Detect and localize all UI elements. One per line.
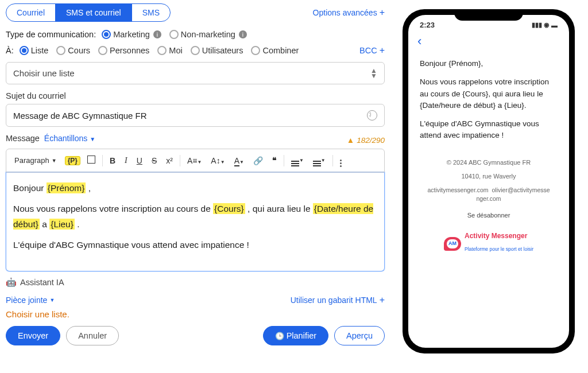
token-firstname: {Prénom} [47,182,86,193]
paragraph-style-label: Paragraph [14,156,49,165]
bcc-label: BCC [359,46,377,55]
radio-dot-icon [251,46,260,55]
preview-address: 10410, rue Waverly [427,172,551,181]
link-button[interactable]: 🔗 [251,155,265,166]
preview-line: Nous vous rappelons votre inscription au… [420,76,558,111]
radio-combiner[interactable]: Combiner [251,46,299,55]
phone-notch [454,9,523,21]
editor-text: Nous vous rappelons votre inscription au… [13,204,213,213]
subject-input[interactable]: Message de ABC Gymnastique FR [6,104,385,127]
preview-button[interactable]: Aperçu [334,326,385,345]
italic-button[interactable]: I [122,155,130,166]
recipients-row: À: Liste Cours Personnes Moi Utilisateur… [6,46,385,55]
char-counter-value: 182/290 [357,136,385,145]
html-template-label: Utiliser un gabarit HTML [291,296,377,305]
phone-message-body: Bonjour {Prénom}, Nous vous rappelons vo… [408,53,569,271]
radio-moi[interactable]: Moi [157,46,182,55]
info-icon[interactable]: i [153,30,161,38]
signal-icon: ▮▮▮ [532,21,542,29]
radio-dot-icon [56,46,65,55]
list-button[interactable]: ▼ [311,153,328,168]
bcc-link[interactable]: BCC + [359,46,385,55]
radio-non-marketing-label: Non-marketing [181,30,235,39]
wifi-icon: ◉ [544,21,550,29]
info-icon[interactable]: i [239,30,247,38]
strikethrough-button[interactable]: S [149,155,159,166]
to-label: À: [6,46,14,55]
radio-cours[interactable]: Cours [56,46,90,55]
more-button[interactable] [338,153,344,168]
radio-liste[interactable]: Liste [20,46,49,55]
radio-liste-label: Liste [31,46,49,55]
html-template-link[interactable]: Utiliser un gabarit HTML + [291,296,385,305]
schedule-label: Planifier [287,331,316,340]
radio-non-marketing[interactable]: Non-marketing i [169,30,247,39]
warning-icon: ▲ [347,136,354,145]
battery-icon: ▬ [551,22,558,29]
tab-sms-email[interactable]: SMS et courriel [56,4,132,21]
insert-token-button[interactable]: {P} [65,156,80,165]
clock-icon: 🕒 [275,332,284,340]
attachment-label: Pièce jointe [6,296,47,305]
tab-sms[interactable]: SMS [132,4,170,21]
font-color-select[interactable]: A▼ [232,155,246,166]
ai-assistant-link[interactable]: 🤖 Assistant IA [6,277,385,287]
activity-messenger-logo: AM Activity Messenger Plateforme pour le… [427,231,551,262]
emoji-picker-icon[interactable] [367,110,377,121]
back-button[interactable]: ‹ [408,32,569,53]
paragraph-style-select[interactable]: Paragraph ▼ [11,154,60,167]
editor-text: . [75,219,80,229]
toolbar-separator [102,155,103,166]
radio-dot-icon [102,30,111,39]
tab-email[interactable]: Courriel [6,4,56,21]
preview-line: Bonjour {Prénom}, [420,58,558,69]
message-label: Message [6,134,40,143]
phone-preview: 2:23 ▮▮▮ ◉ ▬ ‹ Bonjour {Prénom}, Nous vo… [403,9,575,353]
toolbar-separator [180,155,180,166]
phone-time: 2:23 [420,21,435,29]
subject-value: Message de ABC Gymnastique FR [13,111,147,121]
editor-text: a [40,219,49,229]
superscript-button[interactable]: x² [164,155,175,166]
document-icon[interactable] [85,154,98,166]
cancel-button[interactable]: Annuler [66,326,119,345]
samples-link[interactable]: Échantillons ▼ [44,134,95,143]
validation-error: Choisir une liste. [6,309,385,319]
attachment-link[interactable]: Pièce jointe ▼ [6,296,55,305]
chevron-down-icon: ▼ [49,297,55,303]
message-editor[interactable]: Bonjour {Prénom} , Nous vous rappelons v… [6,172,385,271]
radio-utilisateurs[interactable]: Utilisateurs [191,46,243,55]
radio-personnes-label: Personnes [110,46,149,55]
editor-text: Bonjour [13,183,47,193]
editor-toolbar: Paragraph ▼ {P} B I U S x² A≡▼ A↕▼ A▼ 🔗 … [6,149,385,172]
radio-dot-icon [157,46,167,55]
advanced-options-link[interactable]: Options avancées + [313,8,385,17]
preview-unsubscribe: Se désabonner [427,211,551,220]
bold-button[interactable]: B [107,155,118,166]
char-counter: ▲ 182/290 [347,136,385,145]
radio-personnes[interactable]: Personnes [98,46,149,55]
plus-icon: + [380,46,385,55]
quote-button[interactable]: ❝ [270,154,279,166]
schedule-button[interactable]: 🕒Planifier [263,326,328,345]
underline-button[interactable]: U [134,155,145,166]
font-family-select[interactable]: A≡▼ [185,155,204,166]
preview-line: L'équipe d'ABC Gymnastique vous attend a… [420,118,558,142]
token-course: {Cours} [213,203,245,214]
font-size-select[interactable]: A↕▼ [208,155,227,166]
logo-title: Activity Messenger [465,231,533,241]
preview-copyright: © 2024 ABC Gymnastique FR [427,158,551,168]
subject-label: Sujet du courriel [6,91,385,100]
chevron-down-icon: ▼ [90,136,95,142]
radio-marketing[interactable]: Marketing i [102,30,161,39]
radio-moi-label: Moi [169,46,182,55]
footer-buttons: Envoyer Annuler 🕒Planifier Aperçu [6,326,385,345]
send-button[interactable]: Envoyer [6,326,60,345]
token-place: {Lieu} [49,219,75,230]
list-select[interactable]: Choisir une liste ▲▼ [6,62,385,84]
updown-caret-icon: ▲▼ [370,68,377,78]
logo-bubble-icon: AM [444,237,461,251]
align-button[interactable]: ▼ [289,153,306,168]
radio-marketing-label: Marketing [113,30,150,39]
plus-icon: + [380,8,385,17]
